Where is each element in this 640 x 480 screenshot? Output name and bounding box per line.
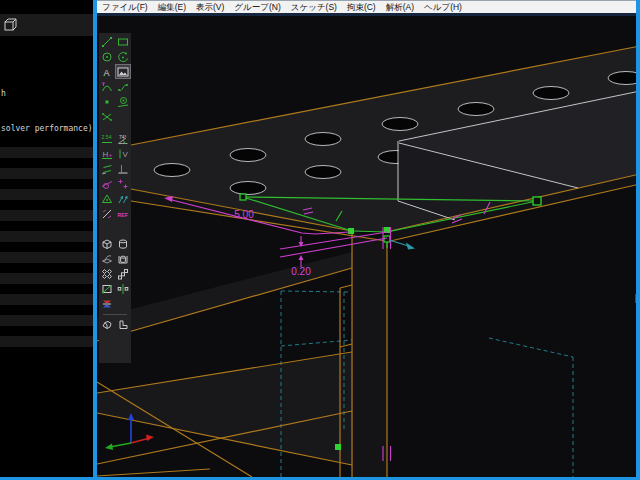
pattern-tool[interactable] [100, 267, 114, 280]
console-row-stripes [0, 147, 93, 357]
menu-constraint[interactable]: 拘束(C) [342, 1, 381, 13]
circle-tool[interactable] [100, 50, 114, 63]
viewport-top-strip [97, 13, 640, 16]
svg-text:REF: REF [118, 211, 128, 217]
toolbar-divider [103, 314, 127, 315]
menu-group[interactable]: グループ(N) [229, 1, 285, 13]
console-text-line: h [1, 89, 6, 98]
cube-icon [3, 18, 17, 32]
tangent-constraint-tool[interactable] [100, 177, 114, 190]
parallel-arrows-tool[interactable] [116, 192, 130, 205]
block-tool[interactable] [116, 318, 130, 331]
menu-help[interactable]: ヘルプ(H) [419, 1, 467, 13]
dimension-length-label[interactable]: 5.00 [234, 209, 254, 220]
shell-tool[interactable] [116, 252, 130, 265]
part-tool[interactable] [100, 318, 114, 331]
vertical-constraint-tool[interactable]: V [116, 147, 130, 160]
sketch-toolbar: A 2.54 74° H V [99, 33, 131, 363]
toolbar-spacer [116, 110, 130, 123]
sweep-tool[interactable] [100, 252, 114, 265]
path-pattern-tool[interactable] [116, 267, 130, 280]
rectangle-tool[interactable] [116, 35, 130, 48]
perpendicular-constraint-tool[interactable] [116, 162, 130, 175]
dimension-offset-label[interactable]: 0.20 [291, 266, 311, 277]
parallel-constraint-tool[interactable] [100, 162, 114, 175]
trim-tool[interactable] [100, 110, 114, 123]
coincident-constraint-tool[interactable] [116, 177, 130, 190]
svg-text:A: A [104, 67, 110, 77]
menu-bar: ファイル(F) 編集(E) 表示(V) グループ(N) スケッチ(S) 拘束(C… [97, 0, 640, 13]
revolve-tool[interactable] [116, 237, 130, 250]
mirror-sketch-tool[interactable] [100, 282, 114, 295]
menu-view[interactable]: 表示(V) [191, 1, 229, 13]
toolbar-spacer [116, 297, 130, 310]
console-panel[interactable]: h solver performance) [0, 0, 93, 477]
menu-file[interactable]: ファイル(F) [97, 1, 153, 13]
arc-tool[interactable] [116, 50, 130, 63]
spline-tool[interactable] [116, 80, 130, 93]
mirror-tool[interactable] [116, 282, 130, 295]
point-tool[interactable] [100, 95, 114, 108]
console-header-row[interactable] [0, 14, 93, 36]
angle-dimension-tool[interactable]: 74° [116, 132, 130, 145]
equal-constraint-tool[interactable] [100, 192, 114, 205]
svg-text:V: V [123, 150, 129, 159]
reference-tool[interactable]: REF [116, 207, 130, 220]
svg-text:H: H [103, 149, 109, 158]
text-tool[interactable]: A [100, 65, 114, 78]
horizontal-constraint-tool[interactable]: H [100, 147, 114, 160]
dimension-tool[interactable]: 2.54 [100, 132, 114, 145]
symmetry-constraint-tool[interactable] [100, 207, 114, 220]
line-tool[interactable] [100, 35, 114, 48]
menu-sketch[interactable]: スケッチ(S) [286, 1, 342, 13]
tangent-circle-tool[interactable] [116, 95, 130, 108]
image-tool[interactable] [116, 65, 130, 78]
curve-tool[interactable] [100, 80, 114, 93]
window-border-left [93, 0, 97, 480]
menu-edit[interactable]: 編集(E) [153, 1, 191, 13]
svg-text:2.54: 2.54 [102, 134, 112, 140]
window-border-right[interactable] [636, 0, 640, 480]
console-text-line: solver performance) [1, 124, 93, 133]
section-view-tool[interactable] [100, 297, 114, 310]
menu-analysis[interactable]: 解析(A) [381, 1, 419, 13]
extrude-tool[interactable] [100, 237, 114, 250]
